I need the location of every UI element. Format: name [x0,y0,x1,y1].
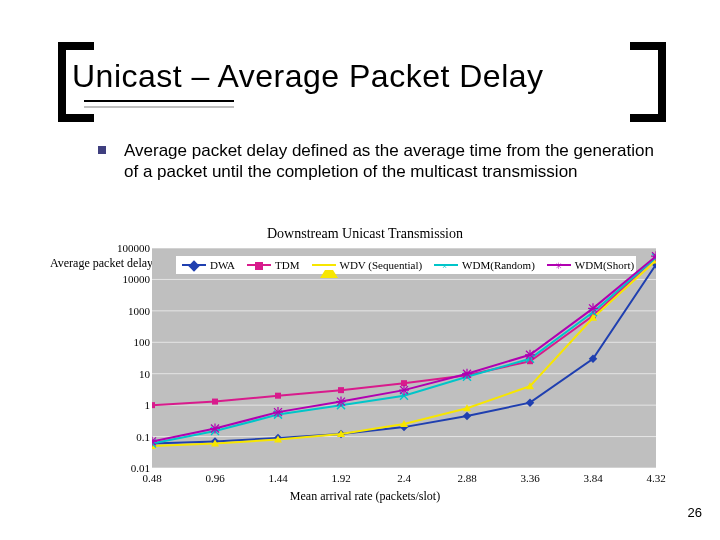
svg-rect-18 [212,399,218,405]
page-number: 26 [688,505,702,520]
chart-ytick: 100 [134,336,151,348]
chart-ytick: 10000 [123,273,151,285]
chart-xtick: 3.84 [583,472,602,484]
chart-plot-area: DWATDMWDV (Sequential)×WDM(Random)✳WDM(S… [152,248,656,468]
chart-xtick: 1.44 [268,472,287,484]
chart-xlabel: Mean arrival rate (packets/slot) [60,489,670,504]
body-bullet: Average packet delay defined as the aver… [98,140,658,183]
svg-rect-19 [275,393,281,399]
chart-ytick: 1000 [128,305,150,317]
page-title: Unicast – Average Packet Delay [72,58,544,95]
chart-xtick: 3.36 [520,472,539,484]
bullet-text: Average packet delay defined as the aver… [124,140,658,183]
title-row: Unicast – Average Packet Delay [60,58,660,95]
chart-yticks: 0.010.1110100100010000100000 [110,248,150,468]
chart-ytick: 10 [139,368,150,380]
slide: Unicast – Average Packet Delay Average p… [0,0,720,540]
svg-rect-17 [152,402,155,408]
bullet-square-icon [98,146,106,154]
chart-title: Downstream Unicast Transmission [60,226,670,242]
chart-xtick: 0.96 [205,472,224,484]
title-underline [84,100,234,108]
chart-ytick: 1 [145,399,151,411]
chart-xtick: 2.4 [397,472,411,484]
chart-svg [152,248,656,468]
chart-xtick: 2.88 [457,472,476,484]
chart-xtick: 4.32 [646,472,665,484]
svg-rect-20 [338,387,344,393]
chart-xtick: 0.48 [142,472,161,484]
chart-xtick: 1.92 [331,472,350,484]
chart-ytick: 100000 [117,242,150,254]
chart-ytick: 0.1 [136,431,150,443]
svg-rect-13 [463,412,471,420]
chart: Downstream Unicast Transmission Average … [60,228,670,498]
